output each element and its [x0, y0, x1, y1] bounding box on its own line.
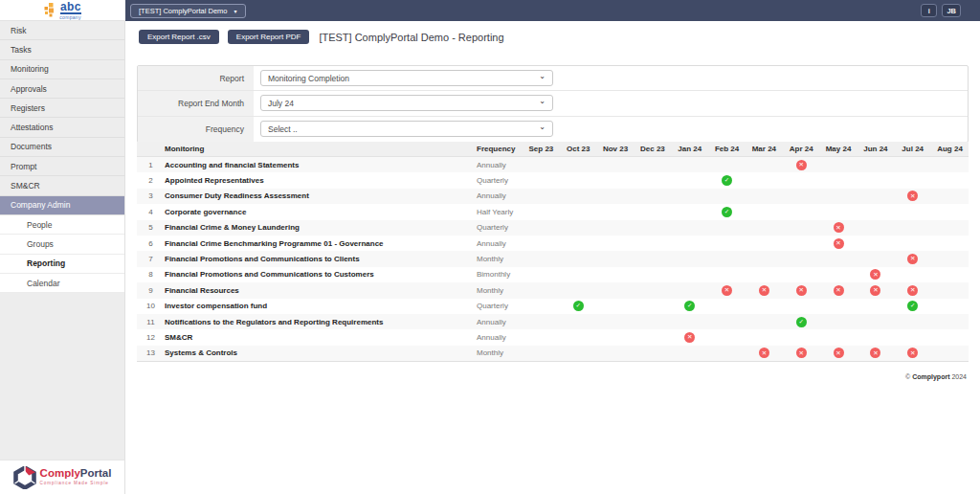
status-fail-icon[interactable]: ✕	[870, 269, 880, 280]
export-pdf-button[interactable]: Export Report PDF	[228, 30, 310, 44]
sidebar-item-reporting[interactable]: Reporting	[0, 255, 124, 274]
copyright-note: © Complyport 2024	[905, 373, 967, 380]
status-pass-icon[interactable]: ✓	[573, 301, 584, 311]
table-row[interactable]: 9Financial ResourcesMonthly✕✕✕✕✕✕	[137, 282, 969, 298]
column-month-dec-23: Dec 23	[634, 145, 671, 153]
frequency-value: Bimonthly	[477, 270, 523, 279]
column-month-sep-23: Sep 23	[523, 145, 560, 153]
table-row[interactable]: 8Financial Promotions and Communications…	[137, 267, 969, 282]
status-pass-icon[interactable]: ✓	[796, 317, 807, 327]
monitoring-name: Accounting and financial Statements	[165, 161, 477, 169]
sidebar-item-registers[interactable]: Registers	[0, 99, 124, 118]
sidebar-item-sm-cr[interactable]: SM&CR	[0, 176, 124, 195]
status-fail-icon[interactable]: ✕	[834, 238, 844, 249]
status-pass-icon[interactable]: ✓	[722, 175, 732, 186]
frequency-value: Monthly	[477, 255, 523, 263]
sidebar-item-attestations[interactable]: Attestations	[0, 118, 124, 137]
status-fail-icon[interactable]: ✕	[684, 332, 695, 343]
monitoring-name: Financial Promotions and Communications …	[165, 255, 477, 263]
month-cell: ✕	[783, 285, 820, 296]
status-fail-icon[interactable]: ✕	[722, 285, 732, 296]
table-row[interactable]: 10Investor compensation fundQuarterly✓✓✓	[137, 299, 969, 314]
sidebar-item-groups[interactable]: Groups	[0, 235, 124, 254]
table-header-row: Monitoring Frequency Sep 23Oct 23Nov 23D…	[137, 142, 969, 157]
month-cell: ✓	[560, 301, 597, 311]
info-button[interactable]: i	[921, 4, 937, 17]
status-fail-icon[interactable]: ✕	[907, 285, 918, 296]
table-row[interactable]: 13Systems & ControlsMonthly✕✕✕✕✕	[137, 346, 969, 361]
status-fail-icon[interactable]: ✕	[759, 285, 769, 296]
status-fail-icon[interactable]: ✕	[796, 348, 807, 358]
frequency-value: Annually	[477, 191, 523, 200]
status-fail-icon[interactable]: ✕	[907, 254, 918, 264]
table-row[interactable]: 1Accounting and financial StatementsAnnu…	[137, 157, 969, 172]
status-pass-icon[interactable]: ✓	[907, 301, 918, 311]
month-cell: ✕	[894, 348, 931, 358]
month-cell: ✕	[746, 348, 783, 358]
status-fail-icon[interactable]: ✕	[796, 160, 807, 170]
status-fail-icon[interactable]: ✕	[759, 348, 769, 358]
status-fail-icon[interactable]: ✕	[834, 348, 844, 358]
status-fail-icon[interactable]: ✕	[796, 285, 807, 296]
frequency-value: Monthly	[477, 286, 523, 295]
chevron-down-icon: ⌄	[539, 124, 546, 131]
page-title: [TEST] ComplyPortal Demo - Reporting	[319, 32, 503, 43]
sidebar-item-tasks[interactable]: Tasks	[0, 40, 124, 59]
month-cell: ✕	[820, 285, 858, 296]
status-fail-icon[interactable]: ✕	[907, 348, 918, 358]
company-selector-dropdown[interactable]: [TEST] ComplyPortal Demo ▾	[130, 4, 246, 18]
row-number: 2	[137, 176, 165, 185]
chevron-down-icon: ⌄	[539, 98, 546, 105]
filters-panel: ReportMonitoring Completion⌄Report End M…	[137, 65, 969, 143]
row-number: 4	[137, 208, 165, 216]
status-fail-icon[interactable]: ✕	[834, 222, 844, 233]
select-frequency[interactable]: Select ..⌄	[260, 121, 553, 137]
export-csv-button[interactable]: Export Report .csv	[139, 30, 219, 44]
column-month-feb-24: Feb 24	[708, 145, 746, 153]
status-fail-icon[interactable]: ✕	[870, 348, 880, 358]
status-pass-icon[interactable]: ✓	[684, 301, 695, 311]
filter-label: Report End Month	[138, 91, 254, 115]
month-cell: ✕	[820, 238, 858, 249]
table-row[interactable]: 12SM&CRAnnually✕	[137, 329, 969, 345]
column-month-jan-24: Jan 24	[671, 145, 708, 153]
status-fail-icon[interactable]: ✕	[834, 285, 844, 296]
company-logo-subtext: company	[59, 15, 80, 20]
monitoring-name: Financial Crime & Money Laundering	[165, 223, 477, 232]
frequency-value: Annually	[477, 333, 523, 342]
column-month-aug-24: Aug 24	[931, 145, 969, 153]
table-row[interactable]: 3Consumer Duty Readiness AssessmentAnnua…	[137, 189, 969, 204]
row-number: 12	[137, 333, 165, 342]
sidebar-item-documents[interactable]: Documents	[0, 138, 124, 157]
status-pass-icon[interactable]: ✓	[722, 207, 732, 217]
column-monitoring: Monitoring	[165, 145, 477, 153]
month-cell: ✕	[671, 332, 708, 343]
select-report[interactable]: Monitoring Completion⌄	[260, 70, 553, 86]
monitoring-name: Consumer Duty Readiness Assessment	[165, 191, 477, 200]
chevron-down-icon: ▾	[234, 8, 237, 14]
user-initials-button[interactable]: JB	[942, 4, 961, 17]
sidebar-item-risk[interactable]: Risk	[0, 21, 124, 40]
sidebar-item-approvals[interactable]: Approvals	[0, 79, 124, 99]
sidebar-item-monitoring[interactable]: Monitoring	[0, 60, 124, 79]
portal-brand: ComplyPortal Compliance Made Simple	[0, 460, 125, 494]
status-fail-icon[interactable]: ✕	[907, 191, 918, 201]
sidebar-item-prompt[interactable]: Prompt	[0, 157, 124, 176]
table-row[interactable]: 6Financial Crime Benchmarking Programme …	[137, 236, 969, 251]
table-row[interactable]: 2Appointed RepresentativesQuarterly✓	[137, 172, 969, 188]
filter-field: July 24⌄	[254, 91, 968, 115]
frequency-value: Quarterly	[477, 223, 523, 232]
sidebar-item-calendar[interactable]: Calendar	[0, 274, 124, 293]
column-month-oct-23: Oct 23	[560, 145, 597, 153]
month-cell: ✕	[857, 285, 894, 296]
sidebar-item-company-admin[interactable]: Company Admin	[0, 196, 124, 215]
filter-label: Report	[138, 66, 254, 90]
table-row[interactable]: 5Financial Crime & Money LaunderingQuart…	[137, 220, 969, 236]
select-report-end-month[interactable]: July 24⌄	[260, 95, 553, 111]
table-row[interactable]: 11Notifications to the Regulators and Re…	[137, 314, 969, 329]
status-fail-icon[interactable]: ✕	[870, 285, 880, 296]
table-row[interactable]: 7Financial Promotions and Communications…	[137, 251, 969, 266]
sidebar-item-people[interactable]: People	[0, 215, 124, 235]
frequency-value: Annually	[477, 161, 523, 169]
table-row[interactable]: 4Corporate governanceHalf Yearly✓	[137, 204, 969, 219]
